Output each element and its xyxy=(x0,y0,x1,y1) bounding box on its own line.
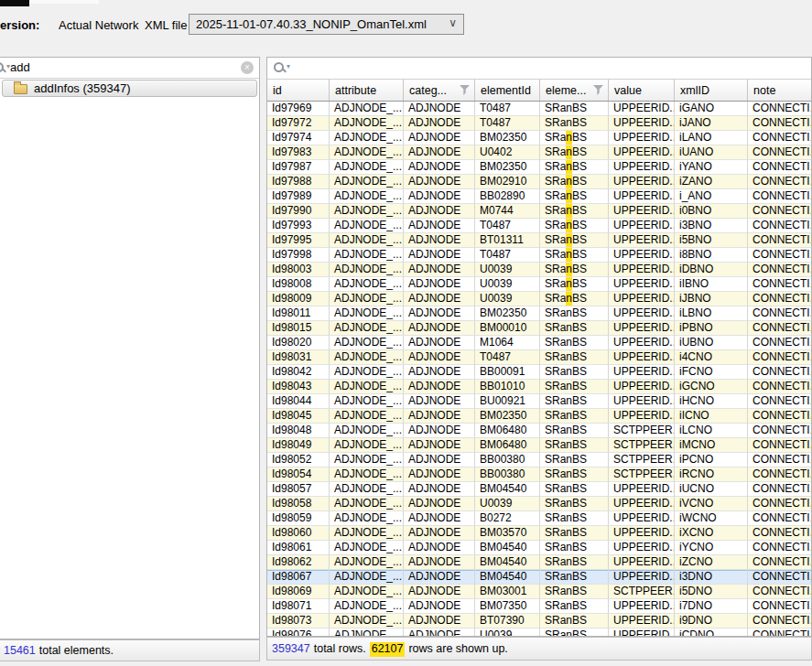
table-row[interactable]: Id98049ADJNODE_...ADJNODEBM06480SRanBSSC… xyxy=(267,438,811,453)
column-header-id[interactable]: id xyxy=(267,80,330,101)
cell-attribute: ADJNODE_... xyxy=(330,160,404,175)
cell-element: SRanBS xyxy=(540,380,609,394)
cell-note: CONNECTI... xyxy=(748,321,811,336)
tree-search-field[interactable]: ▾ add × xyxy=(0,58,259,79)
cell-element: SRanBS xyxy=(540,497,609,511)
tree-search-value: add xyxy=(10,60,30,74)
table-row[interactable]: Id98062ADJNODE_...ADJNODEBM04540SRanBSUP… xyxy=(267,555,811,570)
table-row[interactable]: Id98015ADJNODE_...ADJNODEBM00010SRanBSUP… xyxy=(267,321,811,336)
table-row[interactable]: Id98076ADJNODE_...ADJNODEU0039SRanBSUPPE… xyxy=(267,628,811,636)
search-match-highlight: n xyxy=(566,233,572,247)
cell-category: ADJNODE xyxy=(404,292,475,306)
table-row[interactable]: Id98043ADJNODE_...ADJNODEBB01010SRanBSUP… xyxy=(267,380,811,394)
table-row[interactable]: Id98042ADJNODE_...ADJNODEBB00091SRanBSUP… xyxy=(267,365,811,380)
cell-elementId: U0402 xyxy=(475,145,540,160)
cell-category: ADJNODE xyxy=(404,102,475,116)
table-row[interactable]: Id98009ADJNODE_...ADJNODEU0039SRanBSUPPE… xyxy=(267,292,811,306)
table-row[interactable]: Id98044ADJNODE_...ADJNODEBU00921SRanBSUP… xyxy=(267,394,811,409)
table-row[interactable]: Id98073ADJNODE_...ADJNODEBT07390SRanBSUP… xyxy=(267,614,811,628)
filter-icon[interactable] xyxy=(460,85,470,95)
table-row[interactable]: Id97993ADJNODE_...ADJNODET0487SRanBSUPPE… xyxy=(267,219,811,233)
cell-attribute: ADJNODE_... xyxy=(330,292,404,306)
table-row[interactable]: Id98003ADJNODE_...ADJNODEU0039SRanBSUPPE… xyxy=(267,263,811,277)
cell-id: Id97989 xyxy=(267,189,330,204)
table-row[interactable]: Id98061ADJNODE_...ADJNODEBM04540SRanBSUP… xyxy=(267,541,811,555)
cell-elementId: BB01010 xyxy=(475,380,540,394)
cell-elementId: U0039 xyxy=(475,628,540,636)
cell-element: SRanBS xyxy=(540,438,609,453)
column-header-label: xmlID xyxy=(680,84,709,97)
cell-note: CONNECTI... xyxy=(748,350,811,365)
cell-id: Id98069 xyxy=(267,585,330,599)
cell-value: UPPEERID... xyxy=(609,263,675,277)
table-row[interactable]: Id98045ADJNODE_...ADJNODEBM02350SRanBSUP… xyxy=(267,409,811,424)
cell-id: Id98045 xyxy=(267,409,330,424)
clear-search-button[interactable]: × xyxy=(241,61,254,74)
table-row[interactable]: Id97987ADJNODE_...ADJNODEBM02350SRanBSUP… xyxy=(267,160,811,175)
table-row[interactable]: Id97983ADJNODE_...ADJNODEU0402SRanBSUPPE… xyxy=(267,145,811,160)
table-row[interactable]: Id98067ADJNODE_...ADJNODEBM04540SRanBSUP… xyxy=(267,570,811,585)
filter-icon[interactable] xyxy=(593,85,603,95)
column-header-note[interactable]: note xyxy=(748,80,811,101)
cell-attribute: ADJNODE_... xyxy=(330,453,404,467)
cell-attribute: ADJNODE_... xyxy=(330,482,404,497)
total-rows-count: 359347 xyxy=(272,642,310,655)
table-search-field[interactable]: ▾ xyxy=(267,58,811,80)
cell-id: Id97988 xyxy=(267,175,330,189)
search-match-highlight: n xyxy=(566,145,572,159)
cell-category: ADJNODE xyxy=(404,189,475,204)
cell-attribute: ADJNODE_... xyxy=(330,585,404,599)
cell-attribute: ADJNODE_... xyxy=(330,424,404,438)
cell-note: CONNECTI... xyxy=(748,145,811,160)
column-header-xmlID[interactable]: xmlID xyxy=(675,80,748,101)
cell-element: SRanBS xyxy=(540,116,609,131)
xml-file-select[interactable]: 2025-11-01-07.40.33_NONIP_OmanTel.xml ∨ xyxy=(189,14,464,35)
cell-id: Id98052 xyxy=(267,453,330,467)
table-row[interactable]: Id98048ADJNODE_...ADJNODEBM06480SRanBSSC… xyxy=(267,424,811,438)
tree-item-addinfos[interactable]: addInfos (359347) xyxy=(2,80,257,97)
cell-element: SRanBS xyxy=(540,526,609,541)
table-row[interactable]: Id97995ADJNODE_...ADJNODEBT01311SRanBSUP… xyxy=(267,233,811,248)
cell-elementId: U0039 xyxy=(475,277,540,292)
cell-elementId: BM02350 xyxy=(475,306,540,321)
table-row[interactable]: Id98011ADJNODE_...ADJNODEBM02350SRanBSUP… xyxy=(267,306,811,321)
table-row[interactable]: Id98031ADJNODE_...ADJNODET0487SRanBSUPPE… xyxy=(267,350,811,365)
column-header-category[interactable]: categ... xyxy=(404,80,475,101)
cell-value: UPPEERID... xyxy=(609,497,675,511)
cell-elementId: BM04540 xyxy=(475,482,540,497)
cell-note: CONNECTI... xyxy=(748,175,811,189)
table-row[interactable]: Id97989ADJNODE_...ADJNODEBB02890SRanBSUP… xyxy=(267,189,811,204)
table-row[interactable]: Id97972ADJNODE_...ADJNODET0487SRanBSUPPE… xyxy=(267,116,811,131)
table-row[interactable]: Id98054ADJNODE_...ADJNODEBB00380SRanBSSC… xyxy=(267,467,811,482)
table-row[interactable]: Id98060ADJNODE_...ADJNODEBM03570SRanBSUP… xyxy=(267,526,811,541)
column-header-attribute[interactable]: attribute xyxy=(330,80,404,101)
table-row[interactable]: Id98069ADJNODE_...ADJNODEBM03001SRanBSSC… xyxy=(267,585,811,599)
table-row[interactable]: Id98052ADJNODE_...ADJNODEBB00380SRanBSSC… xyxy=(267,453,811,467)
cell-elementId: M1064 xyxy=(475,336,540,350)
cell-value: UPPEERID... xyxy=(609,160,675,175)
cell-element: SRanBS xyxy=(540,614,609,628)
column-header-elementId[interactable]: elementId xyxy=(475,80,540,101)
column-header-element[interactable]: eleme... xyxy=(540,80,609,101)
column-header-value[interactable]: value xyxy=(609,80,675,101)
table-row[interactable]: Id97998ADJNODE_...ADJNODET0487SRanBSUPPE… xyxy=(267,248,811,263)
table-row[interactable]: Id98071ADJNODE_...ADJNODEBM07350SRanBSUP… xyxy=(267,599,811,614)
table-row[interactable]: Id98057ADJNODE_...ADJNODEBM04540SRanBSUP… xyxy=(267,482,811,497)
table-row[interactable]: Id97969ADJNODE_...ADJNODET0487SRanBSUPPE… xyxy=(267,102,811,116)
cell-id: Id98054 xyxy=(267,467,330,482)
cell-category: ADJNODE xyxy=(404,467,475,482)
cell-category: ADJNODE xyxy=(404,145,475,160)
cell-note: CONNECTI... xyxy=(748,204,811,219)
table-row[interactable]: Id98058ADJNODE_...ADJNODEU0039SRanBSUPPE… xyxy=(267,497,811,511)
table-row[interactable]: Id98020ADJNODE_...ADJNODEM1064SRanBSUPPE… xyxy=(267,336,811,350)
table-row[interactable]: Id97974ADJNODE_...ADJNODEBM02350SRanBSUP… xyxy=(267,131,811,145)
total-elements-label: total elements. xyxy=(39,644,114,657)
table-row[interactable]: Id98008ADJNODE_...ADJNODEU0039SRanBSUPPE… xyxy=(267,277,811,292)
cell-id: Id98073 xyxy=(267,614,330,628)
cell-id: Id98011 xyxy=(267,306,330,321)
table-row[interactable]: Id98059ADJNODE_...ADJNODEB0272SRanBSUPPE… xyxy=(267,511,811,526)
table-row[interactable]: Id97990ADJNODE_...ADJNODEM0744SRanBSUPPE… xyxy=(267,204,811,219)
search-match-highlight: n xyxy=(566,189,572,203)
table-row[interactable]: Id97988ADJNODE_...ADJNODEBM02910SRanBSUP… xyxy=(267,175,811,189)
cell-element: SRanBS xyxy=(540,555,609,570)
